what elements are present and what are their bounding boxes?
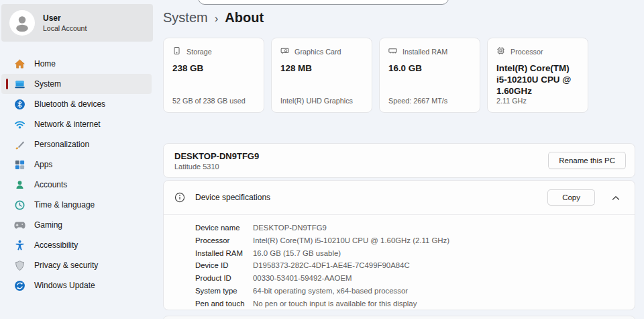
storage-icon xyxy=(172,46,181,56)
card-value: 16.0 GB xyxy=(388,62,471,74)
windows-update-icon xyxy=(14,280,25,291)
breadcrumb-separator: › xyxy=(215,12,219,26)
spec-row-product-id: Product ID 00330-53401-59492-AAOEM xyxy=(195,272,635,285)
sidebar-item-time-language[interactable]: Time & language xyxy=(1,195,152,215)
sidebar-item-label: Accessibility xyxy=(34,240,78,250)
info-icon xyxy=(174,192,185,203)
sidebar-item-home[interactable]: Home xyxy=(1,54,152,74)
accessibility-icon xyxy=(14,240,25,251)
breadcrumb: System › About xyxy=(163,10,264,26)
spec-row-pen-and-touch: Pen and touch No pen or touch input is a… xyxy=(195,298,635,310)
card-value: 128 MB xyxy=(280,62,363,74)
system-icon xyxy=(14,79,25,90)
sidebar-item-gaming[interactable]: Gaming xyxy=(1,215,152,235)
gaming-icon xyxy=(14,220,25,231)
sidebar-item-label: Apps xyxy=(34,160,52,169)
card-value: Intel(R) Core(TM) i5-10210U CPU @ 1.60GH… xyxy=(496,62,579,97)
device-specifications-header[interactable]: Device specifications Copy xyxy=(164,181,635,215)
device-specifications-panel: Device specifications Copy Device name D… xyxy=(163,180,635,310)
graphics-card-icon xyxy=(280,46,289,56)
ram-icon xyxy=(388,46,397,56)
breadcrumb-system[interactable]: System xyxy=(163,10,208,26)
card-caption: Speed: 2667 MT/s xyxy=(388,97,474,105)
home-icon xyxy=(14,58,25,70)
sidebar-item-label: System xyxy=(34,79,61,89)
sidebar-item-system[interactable]: System xyxy=(1,74,152,94)
installed-ram-card: Installed RAM 16.0 GB Speed: 2667 MT/s xyxy=(379,38,480,113)
card-label: Installed RAM xyxy=(402,48,447,56)
user-profile[interactable]: User Local Account xyxy=(1,4,153,42)
collapse-expander-button[interactable] xyxy=(605,189,627,206)
page-title: About xyxy=(225,10,264,26)
card-caption: Intel(R) UHD Graphics xyxy=(280,97,366,105)
card-label: Processor xyxy=(511,48,543,56)
spec-row-processor: Processor Intel(R) Core(TM) i5-10210U CP… xyxy=(195,234,635,247)
network-icon xyxy=(14,119,25,130)
sidebar-item-label: Privacy & security xyxy=(34,261,98,270)
spec-row-device-name: Device name DESKTOP-DN9TFG9 xyxy=(195,222,635,234)
sidebar-item-label: Personalization xyxy=(34,140,89,149)
privacy-icon xyxy=(14,260,25,271)
processor-icon xyxy=(496,46,505,56)
device-name-card: DESKTOP-DN9TFG9 Latitude 5310 Rename thi… xyxy=(163,143,635,178)
spec-row-system-type: System type 64-bit operating system, x64… xyxy=(195,285,635,298)
accounts-icon xyxy=(14,179,25,191)
card-value: 238 GB xyxy=(172,62,255,74)
spec-row-installed-ram: Installed RAM 16.0 GB (15.7 GB usable) xyxy=(195,247,635,260)
processor-card: Processor Intel(R) Core(TM) i5-10210U CP… xyxy=(487,38,588,113)
device-model: Latitude 5310 xyxy=(174,163,259,171)
spec-row-device-id: Device ID D1958373-282C-4DF1-AE4E-7C499F… xyxy=(195,259,635,272)
sidebar-item-accessibility[interactable]: Accessibility xyxy=(1,235,152,255)
sidebar-item-windows-update[interactable]: Windows Update xyxy=(1,275,152,295)
sidebar-item-accounts[interactable]: Accounts xyxy=(1,175,152,195)
sidebar-item-privacy-security[interactable]: Privacy & security xyxy=(1,255,152,275)
storage-card: Storage 238 GB 52 GB of 238 GB used xyxy=(163,38,264,113)
sidebar-item-label: Windows Update xyxy=(34,281,95,290)
sidebar: User Local Account Home System Bluetooth… xyxy=(0,0,153,319)
chevron-up-icon xyxy=(612,193,620,203)
selected-accent-pill xyxy=(6,79,8,89)
sidebar-item-apps[interactable]: Apps xyxy=(1,154,152,175)
rename-pc-button[interactable]: Rename this PC xyxy=(548,152,626,169)
time-language-icon xyxy=(14,199,25,211)
sidebar-item-personalization[interactable]: Personalization xyxy=(1,134,152,154)
card-caption: 2.11 GHz xyxy=(496,97,582,105)
sidebar-item-label: Time & language xyxy=(34,200,95,210)
sidebar-item-label: Home xyxy=(34,59,56,69)
sidebar-nav: Home System Bluetooth & devices Network … xyxy=(0,54,153,295)
apps-icon xyxy=(14,159,25,171)
device-name: DESKTOP-DN9TFG9 xyxy=(174,151,259,161)
summary-cards-row: Storage 238 GB 52 GB of 238 GB used Grap… xyxy=(163,38,588,113)
avatar xyxy=(9,10,35,36)
bluetooth-icon xyxy=(14,99,25,110)
copy-button[interactable]: Copy xyxy=(547,189,595,206)
user-account-type: Local Account xyxy=(43,24,87,32)
graphics-card-card: Graphics Card 128 MB Intel(R) UHD Graphi… xyxy=(271,38,372,113)
device-specifications-table: Device name DESKTOP-DN9TFG9 Processor In… xyxy=(164,215,635,310)
card-label: Graphics Card xyxy=(294,48,341,56)
sidebar-item-label: Accounts xyxy=(34,180,67,189)
sidebar-item-label: Network & internet xyxy=(34,120,101,129)
user-name: User xyxy=(43,13,87,23)
sidebar-item-network-internet[interactable]: Network & internet xyxy=(1,114,152,134)
card-label: Storage xyxy=(186,48,212,56)
device-specifications-title: Device specifications xyxy=(195,193,270,202)
sidebar-item-label: Bluetooth & devices xyxy=(34,99,105,109)
sidebar-item-label: Gaming xyxy=(34,220,62,230)
card-caption: 52 GB of 238 GB used xyxy=(172,97,258,105)
next-panel-partial[interactable] xyxy=(163,316,635,319)
personalization-icon xyxy=(14,139,25,150)
sidebar-item-bluetooth-devices[interactable]: Bluetooth & devices xyxy=(1,94,152,114)
search-box-partial[interactable] xyxy=(198,0,449,5)
